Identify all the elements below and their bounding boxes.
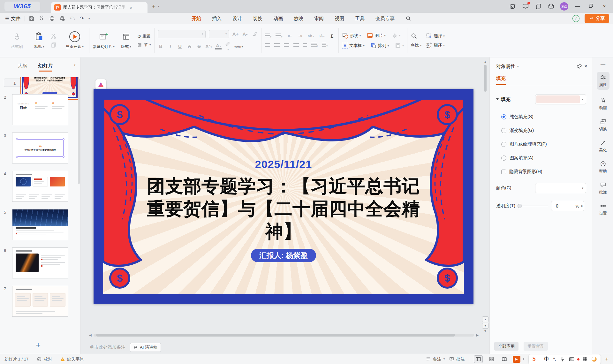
save-icon[interactable]	[29, 16, 34, 21]
chinese-mode-icon[interactable]: 中	[544, 356, 549, 362]
picture-fill-option[interactable]: 图片或纹理填充(P)	[501, 141, 593, 147]
tab-insert[interactable]: 插入	[212, 16, 222, 22]
shapes-button[interactable]: 形状▾	[342, 32, 361, 39]
scroll-left-icon[interactable]: ◀	[89, 333, 92, 337]
reading-view-button[interactable]	[500, 356, 508, 363]
close-panel-icon[interactable]: ×	[584, 63, 587, 70]
tab-member[interactable]: 会员专享	[375, 16, 395, 22]
thumbnail-content[interactable]	[12, 286, 68, 317]
slide-thumbnail-6[interactable]: 6	[4, 247, 80, 278]
solid-fill-option[interactable]: 纯色填充(S)	[501, 114, 593, 120]
microphone-icon[interactable]	[560, 357, 565, 362]
select-button[interactable]: 选择▾	[426, 33, 445, 39]
user-avatar[interactable]: 紫盈	[560, 2, 568, 11]
tab-slides[interactable]: 幻灯片	[38, 63, 53, 69]
slide-date[interactable]: 2025/11/21	[94, 158, 473, 171]
sogou-logo-icon[interactable]: S	[533, 356, 536, 362]
sidebar-item-properties[interactable]: 属性	[597, 72, 609, 90]
hide-background-option[interactable]: 隐藏背景图形(H)	[501, 169, 593, 175]
messages-icon[interactable]	[522, 3, 529, 10]
slide-1-canvas[interactable]: $ $ $ $ 2025/11/21 团支部专题学习：【习近平总书记重要贺信】与…	[94, 89, 473, 304]
find-button[interactable]: 查找▾	[411, 42, 422, 48]
close-tab-icon[interactable]: ×	[130, 5, 132, 10]
layout-button[interactable]: 版式▾	[115, 32, 137, 49]
search-icon[interactable]	[411, 33, 422, 40]
scrollbar-thumb[interactable]	[484, 65, 487, 92]
comments-button[interactable]: 批注	[449, 356, 465, 362]
chevron-down-icon[interactable]: ▾	[517, 65, 519, 68]
paste-button[interactable]: 粘贴▾	[28, 32, 50, 49]
reset-button[interactable]: ↺ 重置	[137, 34, 151, 39]
section-button[interactable]: 节 ▾	[137, 42, 151, 48]
gradient-fill-option[interactable]: 渐变填充(G)	[501, 128, 593, 133]
proofing-button[interactable]: 校对	[37, 356, 52, 362]
presenter-pill[interactable]: 汇报人: 杨紫盈	[251, 249, 316, 262]
file-menu-button[interactable]: ☰ 文件	[5, 16, 21, 22]
scroll-up-icon[interactable]: ▲	[484, 60, 487, 64]
scroll-down-icon[interactable]: ▼	[484, 329, 487, 333]
fill-tab[interactable]: 填充	[496, 75, 506, 85]
close-window-button[interactable]: ×	[600, 4, 609, 9]
zoom-plus-icon[interactable]: +	[605, 356, 609, 363]
sidebar-item-beautify[interactable]: 美化	[599, 140, 607, 153]
export-pdf-icon[interactable]	[39, 16, 45, 21]
sidebar-item-help[interactable]: ? 帮助	[599, 161, 607, 174]
tab-tools[interactable]: 工具	[355, 16, 365, 22]
pattern-fill-option[interactable]: 图案填充(A)	[501, 155, 593, 161]
ribbon-search-icon[interactable]	[405, 16, 411, 21]
normal-view-button[interactable]	[474, 355, 483, 363]
play-from-current-button[interactable]: 当页开始▾	[64, 32, 86, 49]
symbol-sigma-icon[interactable]: Σ	[329, 33, 335, 39]
slide-thumbnail-5[interactable]: 5	[4, 209, 80, 240]
translate-button[interactable]: 文A 翻译▾	[426, 42, 445, 49]
scroll-right-icon[interactable]: ▶	[476, 333, 479, 337]
redo-icon[interactable]: ↷	[80, 16, 84, 21]
transparency-stepper[interactable]: 0 % ▴▾	[551, 201, 584, 211]
print-icon[interactable]	[49, 16, 55, 21]
editing-canvas[interactable]: $ $ $ $ 2025/11/21 团支部专题学习：【习近平总书记重要贺信】与…	[81, 57, 489, 354]
panel-scrollbar[interactable]	[78, 79, 80, 184]
color-dropdown[interactable]: ▾	[535, 183, 586, 193]
transparency-slider[interactable]	[518, 206, 548, 206]
thumbnail-content[interactable]	[12, 171, 68, 202]
stepper-arrows[interactable]: ▴▾	[580, 204, 583, 208]
slide-thumbnail-3[interactable]: 3 01 学习习近平总书记重要贺信精神	[4, 133, 80, 163]
restore-button[interactable]	[587, 3, 595, 10]
tab-design[interactable]: 设计	[232, 16, 242, 22]
ai-assistant-icon[interactable]	[509, 3, 517, 10]
thumbnail-content[interactable]: 01 学习习近平总书记重要贺信精神	[12, 133, 68, 163]
slide-thumbnail-7[interactable]: 7	[4, 286, 80, 317]
collapse-strip-icon[interactable]: —	[601, 61, 605, 67]
notes-placeholder[interactable]: 单击此处添加备注	[90, 345, 125, 350]
quickbar-chevron-icon[interactable]: ▾	[88, 17, 90, 20]
notes-toggle-button[interactable]: 备注 ▾	[426, 356, 445, 362]
previous-slide-button[interactable]: ▲	[482, 316, 488, 322]
tab-view[interactable]: 视图	[335, 16, 344, 22]
vertical-scrollbar[interactable]: ▲ ▲ ▼ ▼	[483, 60, 488, 333]
collapse-panel-icon[interactable]: ‹	[74, 62, 76, 68]
horizontal-scrollbar[interactable]: ◀ ▶	[89, 333, 479, 337]
slide-sorter-view-button[interactable]	[487, 356, 496, 363]
sidebar-item-animation[interactable]: 动画	[599, 97, 607, 111]
minimize-button[interactable]: —	[573, 4, 582, 9]
tab-outline[interactable]: 大纲	[18, 63, 27, 69]
slide-thumbnail-1[interactable]: 1 团支部专题学习：【习近平总书记重要贺信】与【二十届四中全会精神】	[4, 79, 80, 87]
doc-check-icon[interactable]: ✓	[572, 15, 579, 22]
missing-font-warning[interactable]: 缺失字体	[60, 356, 84, 362]
new-slide-button[interactable]: 新建幻灯片▾	[93, 32, 115, 49]
slideshow-button[interactable]: ▶ ▾	[513, 356, 524, 363]
print-preview-icon[interactable]	[59, 16, 65, 21]
tab-list-chevron-icon[interactable]: ▾	[158, 5, 160, 8]
windows-stack-icon[interactable]	[534, 3, 542, 10]
share-button[interactable]: 分享	[585, 14, 609, 23]
next-slide-button[interactable]: ▼	[482, 323, 488, 329]
pin-icon[interactable]	[577, 64, 582, 69]
apps-cube-icon[interactable]	[547, 3, 555, 10]
thumbnail-content[interactable]: CONTENTS 目录 01 02	[12, 94, 68, 125]
ai-helper-button[interactable]	[95, 79, 106, 90]
fill-color-dropdown[interactable]: ▾	[535, 94, 586, 104]
sidebar-item-comments[interactable]: 批注	[599, 182, 607, 195]
toolbox-grid-icon[interactable]	[583, 357, 587, 361]
slide-thumbnail-4[interactable]: 4	[4, 171, 80, 202]
tab-animation[interactable]: 动画	[273, 16, 283, 22]
